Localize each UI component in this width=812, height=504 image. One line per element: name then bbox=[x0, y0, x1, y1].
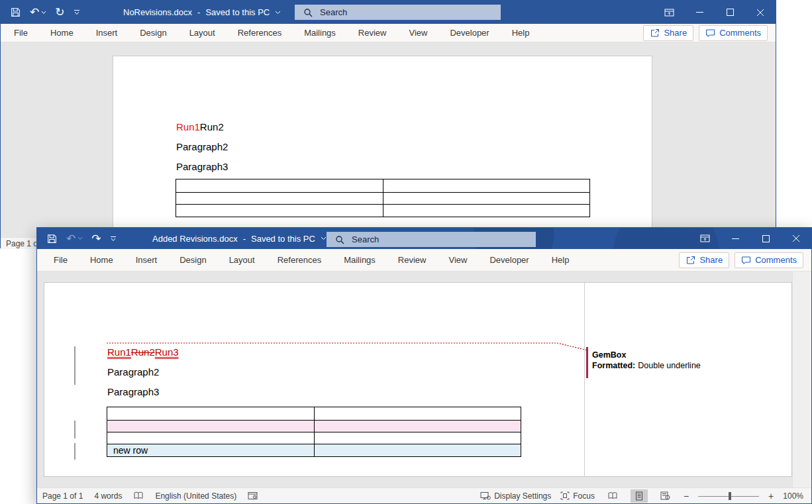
table-cell[interactable] bbox=[107, 432, 315, 444]
customize-toolbar-icon bbox=[74, 9, 80, 15]
proofing-status-button[interactable] bbox=[133, 491, 144, 500]
web-layout-button[interactable] bbox=[657, 489, 674, 503]
table-cell[interactable] bbox=[383, 179, 590, 192]
zoom-percentage[interactable]: 100% bbox=[783, 491, 803, 501]
close-button[interactable] bbox=[781, 228, 811, 249]
window-title[interactable]: NoRevisions.docx - Saved to this PC bbox=[123, 1, 281, 24]
document-canvas[interactable]: Run1Run2Run3 Paragraph2 Paragraph3 new r… bbox=[44, 282, 792, 477]
window-title[interactable]: Added Revisions.docx - Saved to this PC bbox=[152, 228, 327, 249]
document-table bbox=[176, 179, 590, 217]
comments-button[interactable]: Comments bbox=[699, 25, 768, 41]
run2-text: Run2 bbox=[200, 121, 224, 132]
minimize-button[interactable] bbox=[684, 1, 715, 24]
search-input[interactable]: Search bbox=[295, 5, 501, 20]
ribbon-tab-bar: File Home Insert Design Layout Reference… bbox=[1, 24, 776, 42]
ribbon-display-options-button[interactable] bbox=[689, 228, 720, 249]
table-row-inserted: new row bbox=[107, 444, 521, 456]
table-cell[interactable] bbox=[315, 421, 521, 432]
table-cell[interactable] bbox=[315, 407, 521, 420]
document-page[interactable]: Run1Run2 Paragraph2 Paragraph3 bbox=[113, 56, 652, 237]
tab-review[interactable]: Review bbox=[398, 255, 427, 265]
close-button[interactable] bbox=[745, 1, 776, 24]
zoom-slider-thumb[interactable] bbox=[729, 492, 731, 500]
macro-recording-icon bbox=[248, 491, 258, 500]
tab-design[interactable]: Design bbox=[179, 255, 206, 265]
saved-status: Saved to this PC bbox=[205, 7, 270, 17]
maximize-button[interactable] bbox=[750, 228, 781, 249]
tab-help[interactable]: Help bbox=[552, 255, 570, 265]
tab-view[interactable]: View bbox=[448, 255, 467, 265]
language-indicator[interactable]: English (United States) bbox=[155, 491, 236, 501]
undo-button[interactable]: ↶ bbox=[30, 7, 46, 18]
focus-button[interactable]: Focus bbox=[560, 491, 595, 501]
share-button[interactable]: Share bbox=[679, 252, 729, 268]
tab-layout[interactable]: Layout bbox=[229, 255, 255, 265]
tab-developer[interactable]: Developer bbox=[450, 28, 489, 38]
table-cell[interactable] bbox=[176, 205, 383, 217]
revision-entry[interactable]: GemBox Formatted:Double underline bbox=[592, 350, 701, 371]
tab-developer[interactable]: Developer bbox=[489, 255, 529, 265]
display-settings-button[interactable]: Display Settings bbox=[480, 491, 551, 501]
customize-quick-access-button[interactable] bbox=[74, 9, 80, 15]
tab-insert[interactable]: Insert bbox=[96, 28, 118, 38]
table-row bbox=[107, 407, 521, 420]
save-button[interactable] bbox=[46, 233, 58, 244]
search-icon bbox=[303, 8, 313, 17]
tab-layout[interactable]: Layout bbox=[189, 28, 215, 38]
page-indicator[interactable]: Page 1 of 1 bbox=[42, 491, 83, 501]
tab-design[interactable]: Design bbox=[140, 28, 166, 38]
tab-home[interactable]: Home bbox=[90, 255, 113, 265]
document-table: new row bbox=[107, 407, 521, 457]
tab-file[interactable]: File bbox=[54, 255, 68, 265]
status-right-group: Display Settings Focus − bbox=[480, 489, 811, 503]
customize-quick-access-button[interactable] bbox=[110, 236, 117, 242]
table-cell[interactable] bbox=[176, 179, 383, 192]
table-cell[interactable]: new row bbox=[107, 444, 315, 456]
tab-review[interactable]: Review bbox=[358, 28, 387, 38]
table-cell[interactable] bbox=[176, 193, 383, 204]
undo-icon: ↶ bbox=[30, 7, 39, 18]
table-cell[interactable] bbox=[107, 421, 315, 432]
maximize-button[interactable] bbox=[715, 1, 745, 24]
table-cell[interactable] bbox=[315, 444, 521, 456]
zoom-slider[interactable] bbox=[698, 491, 759, 501]
word-count[interactable]: 4 words bbox=[94, 491, 122, 501]
table-cell[interactable] bbox=[383, 193, 590, 204]
macro-recording-button[interactable] bbox=[248, 491, 258, 500]
paragraph2-text: Paragraph2 bbox=[107, 367, 159, 377]
redo-button[interactable]: ↷ bbox=[91, 233, 101, 244]
tab-mailings[interactable]: Mailings bbox=[344, 255, 376, 265]
customize-toolbar-icon bbox=[110, 236, 117, 242]
ribbon-display-options-icon bbox=[664, 8, 674, 17]
tab-file[interactable]: File bbox=[14, 28, 28, 38]
tab-help[interactable]: Help bbox=[512, 28, 530, 38]
read-mode-button[interactable] bbox=[604, 489, 621, 503]
redo-button[interactable]: ↻ bbox=[55, 7, 64, 18]
chevron-down-icon bbox=[275, 11, 281, 15]
tab-view[interactable]: View bbox=[409, 28, 427, 38]
vertical-scrollbar[interactable] bbox=[792, 272, 811, 487]
redo-icon: ↻ bbox=[55, 7, 64, 18]
tab-references[interactable]: References bbox=[238, 28, 281, 38]
tab-references[interactable]: References bbox=[278, 255, 321, 265]
tab-home[interactable]: Home bbox=[50, 28, 74, 38]
undo-button[interactable]: ↶ bbox=[66, 233, 83, 244]
zoom-out-button[interactable]: − bbox=[684, 491, 689, 501]
ribbon-display-options-button[interactable] bbox=[654, 1, 684, 24]
tab-mailings[interactable]: Mailings bbox=[304, 28, 336, 38]
print-layout-icon bbox=[635, 491, 643, 501]
minimize-button[interactable] bbox=[720, 228, 750, 249]
table-cell[interactable] bbox=[107, 407, 315, 420]
print-layout-button[interactable] bbox=[631, 489, 648, 503]
save-button[interactable] bbox=[10, 7, 21, 18]
tab-insert[interactable]: Insert bbox=[136, 255, 158, 265]
search-input[interactable]: Search bbox=[327, 232, 536, 247]
zoom-in-button[interactable]: + bbox=[768, 491, 774, 501]
table-cell[interactable] bbox=[315, 432, 521, 444]
share-button[interactable]: Share bbox=[643, 25, 693, 41]
comments-button[interactable]: Comments bbox=[735, 252, 803, 268]
document-filename: NoRevisions.docx bbox=[123, 7, 192, 17]
chevron-down-icon bbox=[321, 236, 327, 240]
table-cell[interactable] bbox=[383, 205, 590, 217]
focus-icon bbox=[560, 491, 570, 500]
